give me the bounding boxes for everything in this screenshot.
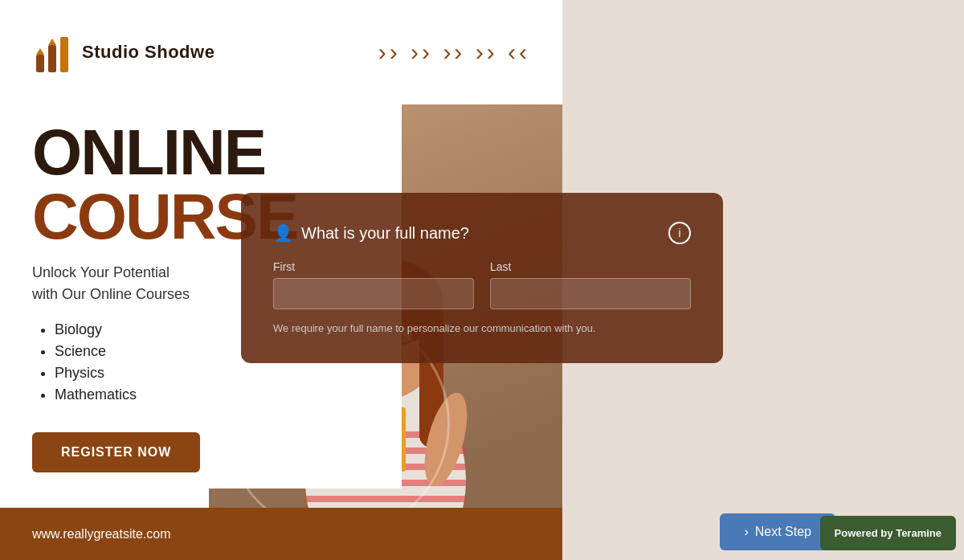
register-button[interactable]: REGISTER NOW <box>32 432 200 472</box>
info-icon[interactable]: i <box>668 222 691 244</box>
last-name-input[interactable] <box>490 278 691 309</box>
first-name-input[interactable] <box>273 278 474 309</box>
logo-icon <box>32 31 72 75</box>
powered-by-prefix: Powered by <box>835 527 893 539</box>
powered-by-brand: Teramine <box>896 527 942 539</box>
chevrons-decoration: ›› ›› ›› ›› ‹‹ <box>378 39 530 66</box>
next-step-arrow: › <box>744 525 748 539</box>
modal-header: 👤 What is your full name? i <box>273 222 691 244</box>
last-name-col: Last <box>490 260 691 309</box>
brand-name: Studio Shodwe <box>82 42 214 63</box>
logo-area: Studio Shodwe <box>32 31 214 75</box>
next-step-label: Next Step <box>755 525 811 539</box>
header: Studio Shodwe ›› ›› ›› ›› ‹‹ <box>0 0 562 104</box>
website-url: www.reallygreatsite.com <box>32 527 171 542</box>
svg-rect-20 <box>60 37 68 72</box>
svg-marker-22 <box>48 39 56 45</box>
form-row: First Last <box>273 260 691 309</box>
first-name-col: First <box>273 260 474 309</box>
next-step-button[interactable]: › Next Step <box>720 513 835 550</box>
person-icon: 👤 <box>273 223 293 243</box>
svg-rect-18 <box>36 55 44 72</box>
modal-title-area: 👤 What is your full name? <box>273 223 469 243</box>
first-label: First <box>273 260 474 273</box>
list-item: Physics <box>55 365 370 382</box>
powered-by: Powered by Teramine <box>820 516 956 550</box>
bottom-bar: www.reallygreatsite.com <box>0 508 562 560</box>
hero-line1: ONLINE <box>32 121 370 185</box>
last-label: Last <box>490 260 691 273</box>
name-modal: 👤 What is your full name? i First Last W… <box>241 193 723 363</box>
svg-marker-21 <box>36 48 44 55</box>
list-item: Mathematics <box>55 386 370 403</box>
form-note: We require your full name to personalize… <box>273 322 691 334</box>
modal-title: What is your full name? <box>301 224 469 243</box>
svg-rect-19 <box>48 45 56 72</box>
